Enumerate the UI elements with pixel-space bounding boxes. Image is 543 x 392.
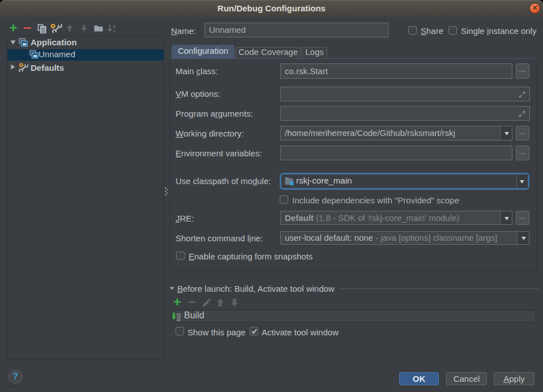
svg-text:01: 01	[177, 318, 181, 322]
svg-text:z: z	[113, 28, 116, 33]
